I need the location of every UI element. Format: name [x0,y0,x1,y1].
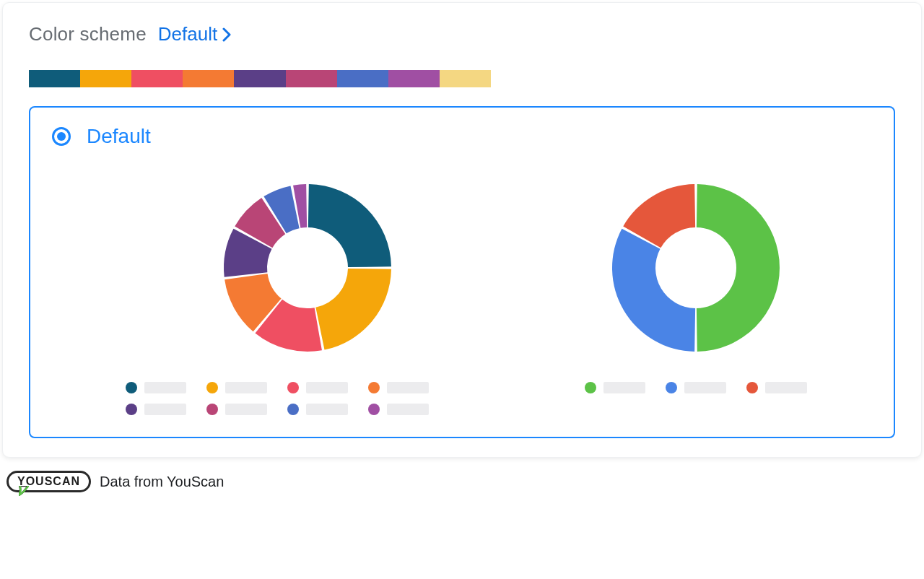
legend-item [287,382,348,393]
legend-item [746,382,807,393]
legend-dot-icon [746,382,758,393]
palette-swatch [337,70,388,87]
palette-swatch [131,70,183,87]
legend-label-placeholder [765,382,807,393]
palette-swatch [440,70,491,87]
legend-label-placeholder [306,404,348,415]
legend-label-placeholder [603,382,645,393]
footer-text: Data from YouScan [100,474,224,490]
radio-selected-icon[interactable] [52,127,71,146]
donut-segment [308,184,391,267]
legend-item [368,404,429,415]
palette-strip [29,70,491,87]
donut-chart-sentiment [533,181,858,415]
color-scheme-name: Default [158,23,217,45]
charts-row [52,181,872,415]
legend-label-placeholder [387,404,429,415]
legend-item [585,382,645,393]
legend-label-placeholder [225,382,267,393]
donut-segment [697,184,780,352]
legend-dot-icon [368,404,380,415]
legend-dot-icon [287,382,299,393]
legend-label-placeholder [387,382,429,393]
legend-a [124,382,490,415]
donut-segment [315,269,391,350]
legend-item [368,382,429,393]
legend-dot-icon [666,382,677,393]
legend-item [287,404,348,415]
legend-item [126,404,186,415]
legend-dot-icon [206,404,218,415]
legend-dot-icon [368,382,380,393]
donut-chart-categories [124,181,490,415]
legend-item [206,382,267,393]
legend-label-placeholder [225,404,267,415]
legend-item [126,382,186,393]
palette-swatch [388,70,440,87]
chevron-right-icon [222,27,232,42]
legend-item [666,382,726,393]
donut-chart-a-svg [221,181,394,354]
youscan-logo: YOUSCAN [6,471,91,492]
scheme-option-title: Default [87,125,151,148]
legend-label-placeholder [306,382,348,393]
palette-swatch [80,70,131,87]
legend-b [533,382,858,393]
legend-dot-icon [287,404,299,415]
legend-dot-icon [126,404,137,415]
donut-segment [612,229,695,352]
legend-dot-icon [126,382,137,393]
palette-swatch [286,70,337,87]
palette-swatch [29,70,80,87]
color-scheme-header: Color scheme Default [29,23,895,45]
speech-tail-icon [19,486,29,496]
palette-swatch [183,70,234,87]
legend-item [206,404,267,415]
footer: YOUSCAN Data from YouScan [2,458,922,492]
legend-label-placeholder [144,404,186,415]
legend-dot-icon [206,382,218,393]
scheme-option-header[interactable]: Default [52,125,872,148]
palette-swatch [234,70,285,87]
color-scheme-link[interactable]: Default [158,23,232,45]
legend-label-placeholder [144,382,186,393]
legend-label-placeholder [684,382,726,393]
scheme-option-default[interactable]: Default [29,106,895,438]
settings-card: Color scheme Default Default [2,2,922,458]
legend-dot-icon [585,382,596,393]
donut-chart-b-svg [609,181,783,354]
color-scheme-label: Color scheme [29,23,147,45]
